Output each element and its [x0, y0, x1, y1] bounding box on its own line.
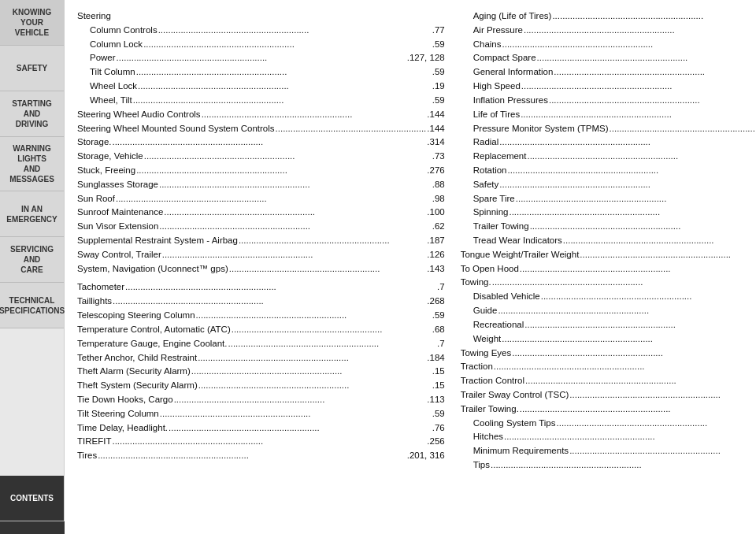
list-item: Tie Down Hooks, Cargo...................… — [77, 393, 445, 407]
list-item: Aging (Life of Tires)...................… — [461, 9, 756, 24]
list-item: Replacement.............................… — [461, 150, 756, 164]
left-column: SteeringColumn Controls.................… — [77, 9, 445, 525]
list-item: Supplemental Restraint System - Airbag..… — [77, 234, 445, 248]
list-item: Tongue Weight/Trailer Weight............… — [461, 248, 756, 262]
list-item: Tips....................................… — [461, 458, 756, 473]
list-item: Spinning................................… — [461, 206, 756, 220]
main-content: SteeringColumn Controls.................… — [65, 0, 756, 534]
list-item: Column Controls.........................… — [77, 24, 445, 38]
sidebar-item-starting[interactable]: STARTINGANDDRIVING — [0, 91, 64, 137]
list-item: Temperature Gauge, Engine Coolant.......… — [77, 337, 445, 351]
list-item: Hitches.................................… — [461, 430, 756, 444]
list-item: Storage, Vehicle........................… — [77, 150, 445, 164]
list-item: Theft Alarm (Security Alarm)............… — [77, 365, 445, 379]
sidebar: KNOWINGYOURVEHICLE SAFETY STARTINGANDDRI… — [0, 0, 65, 534]
list-item: Steering — [77, 9, 445, 24]
list-item: Sunglasses Storage......................… — [77, 178, 445, 192]
list-item: Air Pressure............................… — [461, 24, 756, 38]
list-item: Guide...................................… — [461, 304, 756, 318]
list-item: Tires...................................… — [77, 449, 445, 463]
list-item: Radial..................................… — [461, 135, 756, 150]
list-item: Time Delay, Headlight...................… — [77, 421, 445, 436]
list-item: Minimum Requirements....................… — [461, 444, 756, 458]
list-item: Traction................................… — [461, 360, 756, 374]
list-item: Cooling System Tips.....................… — [461, 417, 756, 431]
list-item: Disabled Vehicle........................… — [461, 290, 756, 304]
list-item: Recreational............................… — [461, 318, 756, 332]
list-item: Stuck, Freeing..........................… — [77, 164, 445, 178]
sidebar-item-warning[interactable]: WARNINGLIGHTSANDMESSAGES — [0, 137, 64, 191]
list-item: Weight..................................… — [461, 332, 756, 347]
list-item: Life of Tires...........................… — [461, 108, 756, 122]
list-item: Sunroof Maintenance.....................… — [77, 206, 445, 220]
list-item: High Speed..............................… — [461, 80, 756, 94]
list-item: Towing..................................… — [461, 276, 756, 290]
list-item: Sun Roof................................… — [77, 192, 445, 206]
list-item: Compact Spare...........................… — [461, 51, 756, 65]
list-item: Tilt Column.............................… — [77, 65, 445, 80]
list-item: Inflation Pressures.....................… — [461, 94, 756, 108]
list-item: Storage.................................… — [77, 135, 445, 150]
sidebar-item-contents[interactable]: CONTENTS — [0, 476, 64, 521]
list-item: Wheel, Tilt.............................… — [77, 94, 445, 108]
list-item: Pressure Monitor System (TPMS)..........… — [461, 122, 756, 136]
list-item: Power...................................… — [77, 51, 445, 65]
list-item: To Open Hood............................… — [461, 262, 756, 276]
list-item: Telescoping Steering Column.............… — [77, 309, 445, 323]
right-column: Aging (Life of Tires)...................… — [461, 9, 756, 525]
list-item: Sway Control, Trailer...................… — [77, 248, 445, 262]
list-item: Rotation................................… — [461, 164, 756, 178]
list-item: Spare Tire..............................… — [461, 192, 756, 206]
list-item: Tilt Steering Column....................… — [77, 407, 445, 421]
sidebar-item-servicing[interactable]: SERVICINGANDCARE — [0, 237, 64, 283]
list-item: Chains..................................… — [461, 38, 756, 52]
list-item: Trailer Towing..........................… — [461, 220, 756, 234]
list-item: General Information.....................… — [461, 65, 756, 80]
page-number — [0, 521, 65, 534]
list-item: Column Lock.............................… — [77, 38, 445, 52]
list-item: Wheel Lock..............................… — [77, 80, 445, 94]
list-item: Safety..................................… — [461, 178, 756, 192]
list-item: TIREFIT.................................… — [77, 435, 445, 449]
list-item: Sun Visor Extension.....................… — [77, 220, 445, 234]
list-item: System, Navigation (Uconnect™ gps)......… — [77, 262, 445, 276]
sidebar-item-emergency[interactable]: IN ANEMERGENCY — [0, 191, 64, 237]
list-item: Steering Wheel Audio Controls...........… — [77, 108, 445, 122]
list-item: Taillights..............................… — [77, 295, 445, 309]
list-item: Tachometer..............................… — [77, 280, 445, 295]
sidebar-item-technical[interactable]: TECHNICALSPECIFICATIONS — [0, 283, 64, 328]
sidebar-item-safety[interactable]: SAFETY — [0, 46, 64, 91]
sidebar-item-knowing[interactable]: KNOWINGYOURVEHICLE — [0, 0, 64, 46]
list-item: Theft System (Security Alarm)...........… — [77, 379, 445, 393]
list-item: Steering Wheel Mounted Sound System Cont… — [77, 122, 445, 136]
list-item: Temperature Control, Automatic (ATC)....… — [77, 323, 445, 337]
list-item: Trailer Sway Control (TSC)..............… — [461, 388, 756, 402]
list-item: Tread Wear Indicators...................… — [461, 234, 756, 248]
list-item: Towing Eyes.............................… — [461, 347, 756, 361]
list-item: Traction Control........................… — [461, 374, 756, 388]
list-item: Tether Anchor, Child Restraint..........… — [77, 351, 445, 365]
list-item: Trailer Towing..........................… — [461, 402, 756, 417]
